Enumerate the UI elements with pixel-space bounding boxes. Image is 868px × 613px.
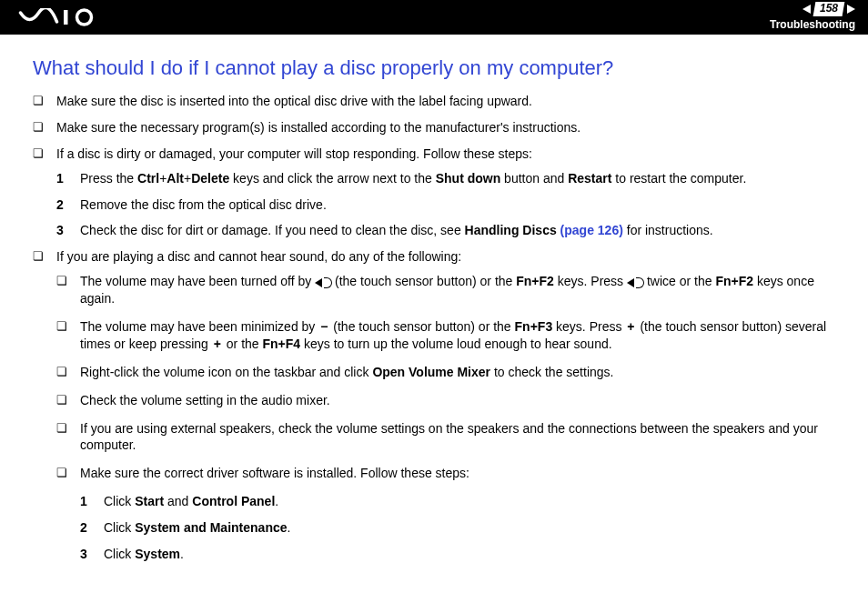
- step-item: 1 Press the Ctrl+Alt+Delete keys and cli…: [80, 170, 835, 187]
- header-bar: 158 Troubleshooting: [0, 0, 868, 35]
- minus-icon: −: [318, 318, 329, 336]
- sub-item: The volume may have been turned off by (…: [80, 273, 835, 307]
- mute-icon: [627, 278, 643, 287]
- sub-item: Make sure the correct driver software is…: [80, 465, 835, 482]
- bullet-item: Make sure the necessary program(s) is in…: [56, 119, 835, 136]
- sub-item: Check the volume setting in the audio mi…: [80, 392, 835, 409]
- page-link[interactable]: (page 126): [560, 223, 623, 237]
- bullet-item: If you are playing a disc and cannot hea…: [56, 248, 835, 563]
- header-right: 158 Troubleshooting: [770, 2, 855, 33]
- mute-icon: [315, 278, 331, 287]
- prev-page-arrow-icon[interactable]: [802, 5, 811, 14]
- page-content: What should I do if I cannot play a disc…: [0, 35, 868, 581]
- vaio-logo-svg: [18, 8, 100, 26]
- svg-rect-0: [64, 10, 68, 25]
- step-item: 2 Click System and Maintenance.: [104, 519, 835, 537]
- sub-item: The volume may have been minimized by − …: [80, 318, 835, 353]
- sub-item: If you are using external speakers, chec…: [80, 420, 835, 455]
- sub-list: The volume may have been turned off by (…: [56, 273, 835, 482]
- step-item: 3 Click System.: [104, 546, 835, 563]
- page-title: What should I do if I cannot play a disc…: [33, 56, 835, 80]
- page-nav: 158: [802, 2, 855, 16]
- next-page-arrow-icon[interactable]: [847, 5, 855, 14]
- main-list: Make sure the disc is inserted into the …: [33, 93, 835, 563]
- page-number: 158: [813, 2, 845, 16]
- step-item: 3 Check the disc for dirt or damage. If …: [80, 222, 835, 239]
- steps-list: 1 Press the Ctrl+Alt+Delete keys and cli…: [56, 170, 835, 240]
- plus-icon: +: [212, 336, 223, 353]
- vaio-logo: [18, 8, 100, 26]
- plus-icon: +: [625, 318, 636, 336]
- bullet-item: If a disc is dirty or damaged, your comp…: [56, 146, 835, 240]
- step-item: 1 Click Start and Control Panel.: [104, 493, 835, 510]
- sub-item: Right-click the volume icon on the taskb…: [80, 364, 835, 381]
- bullet-item: Make sure the disc is inserted into the …: [56, 93, 835, 110]
- svg-point-1: [77, 10, 92, 25]
- steps-list-2: 1 Click Start and Control Panel. 2 Click…: [56, 493, 835, 563]
- bullet-text: If a disc is dirty or damaged, your comp…: [56, 146, 532, 161]
- bullet-text: If you are playing a disc and cannot hea…: [56, 249, 461, 264]
- section-title: Troubleshooting: [770, 18, 855, 33]
- step-item: 2Remove the disc from the optical disc d…: [80, 196, 835, 214]
